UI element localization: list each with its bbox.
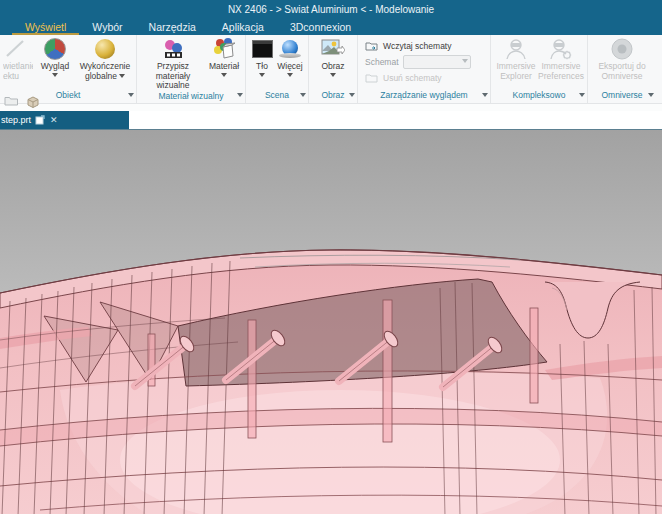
wczytaj-schematy-button[interactable]: Wczytaj schematy (365, 38, 452, 54)
package-icon[interactable] (26, 95, 40, 108)
group-label-material-wizualny: Materiał wizualny (140, 91, 242, 104)
delete-schemes-icon (365, 72, 379, 84)
mini-toolbar (4, 95, 40, 108)
chevron-down-icon (221, 73, 227, 80)
gold-sphere-icon (92, 37, 118, 61)
przypisz-materialy-button[interactable]: Przypisz materiały wizualne (140, 36, 206, 91)
vr-headset-person-icon (503, 37, 529, 61)
titlebar: NX 2406 - > Swiat Aluminium < - Modelowa… (0, 0, 662, 18)
tlo-button[interactable]: Tło (249, 36, 275, 80)
pie-chart-icon (42, 37, 68, 61)
tab-wyswietl[interactable]: Wyświetl (12, 18, 79, 35)
tab-wybor[interactable]: Wybór (79, 18, 135, 35)
detach-window-icon[interactable] (35, 115, 45, 125)
window-title: NX 2406 - > Swiat Aluminium < - Modelowa… (228, 4, 434, 15)
group-label-zarzadzanie: Zarządzanie wyglądem (361, 90, 487, 103)
group-dialog-launcher[interactable] (300, 93, 306, 100)
ribbon-gap (0, 104, 662, 111)
group-obraz: Obraz Obraz (308, 35, 357, 103)
omniverse-disc-icon (609, 37, 635, 61)
tab-narzedzia[interactable]: Narzędzia (136, 18, 209, 35)
group-scena: Tło Więcej Scena (245, 35, 308, 103)
material-button[interactable]: Materiał (206, 36, 242, 80)
part-tab-step-prt[interactable]: step.prt ✕ (0, 111, 129, 129)
group-dialog-launcher[interactable] (128, 93, 134, 100)
material-spheres-film-icon (160, 37, 186, 61)
group-dialog-launcher[interactable] (648, 93, 654, 100)
cad-model-canvas[interactable] (0, 130, 662, 514)
tab-3dconnexion[interactable]: 3Dconnexion (277, 18, 364, 35)
group-kompleksowo: Immersive Explorer Immersive Preferences (490, 35, 587, 103)
background-window-icon (249, 37, 275, 61)
chevron-down-icon (119, 74, 125, 81)
chevron-down-icon (52, 73, 58, 80)
group-dialog-launcher[interactable] (482, 93, 488, 100)
group-label-obraz: Obraz (312, 90, 354, 103)
material-box-icon (211, 37, 237, 61)
schemat-dropdown (403, 55, 471, 69)
usun-schematy-button: Usuń schematy (365, 70, 442, 86)
ribbon: wietlanie ektu Wygląd Wykończenie global… (0, 35, 662, 104)
vr-headset-gear-icon (548, 37, 574, 61)
chevron-down-icon (330, 73, 336, 80)
group-label-kompleksowo: Kompleksowo (494, 90, 584, 103)
load-schemes-icon (365, 40, 379, 52)
group-dialog-launcher[interactable] (579, 93, 585, 100)
brush-icon (3, 37, 29, 61)
group-dialog-launcher[interactable] (349, 93, 355, 100)
tab-aplikacja[interactable]: Aplikacja (209, 18, 277, 35)
highlight-object-button: wietlanie ektu (3, 36, 33, 81)
close-icon[interactable]: ✕ (50, 116, 58, 125)
chevron-down-icon (287, 73, 293, 80)
chevron-down-icon (462, 59, 468, 66)
eksportuj-do-omniverse-button: Eksportuj do Omniverse (594, 36, 650, 81)
graphics-window[interactable] (0, 130, 662, 514)
wiecej-button[interactable]: Więcej (275, 36, 305, 80)
immersive-explorer-button: Immersive Explorer (494, 36, 538, 81)
folder-icon[interactable] (4, 95, 19, 107)
wykonczenie-globalne-button[interactable]: Wykończenie globalne (77, 36, 133, 81)
group-dialog-launcher[interactable] (237, 93, 243, 100)
group-zarzadzanie-wygladem: Wczytaj schematy Schemat Usuń schematy Z… (357, 35, 490, 103)
image-icon (320, 37, 346, 61)
group-omniverse: Eksportuj do Omniverse Omniverse (587, 35, 656, 103)
schemat-row: Schemat (365, 54, 471, 70)
part-tab-bar: step.prt ✕ (0, 111, 662, 130)
group-label-omniverse: Omniverse (591, 90, 653, 103)
ribbon-tab-bar: Wyświetl Wybór Narzędzia Aplikacja 3Dcon… (0, 18, 662, 35)
group-label-scena: Scena (249, 90, 305, 103)
group-material-wizualny: Przypisz materiały wizualne Materiał (136, 35, 245, 103)
group-obiekt: wietlanie ektu Wygląd Wykończenie global… (0, 35, 136, 103)
obraz-button[interactable]: Obraz (315, 36, 351, 80)
wyglad-button[interactable]: Wygląd (33, 36, 77, 80)
stage-sphere-icon (277, 37, 303, 61)
chevron-down-icon (259, 73, 265, 80)
immersive-preferences-button: Immersive Preferences (538, 36, 584, 81)
